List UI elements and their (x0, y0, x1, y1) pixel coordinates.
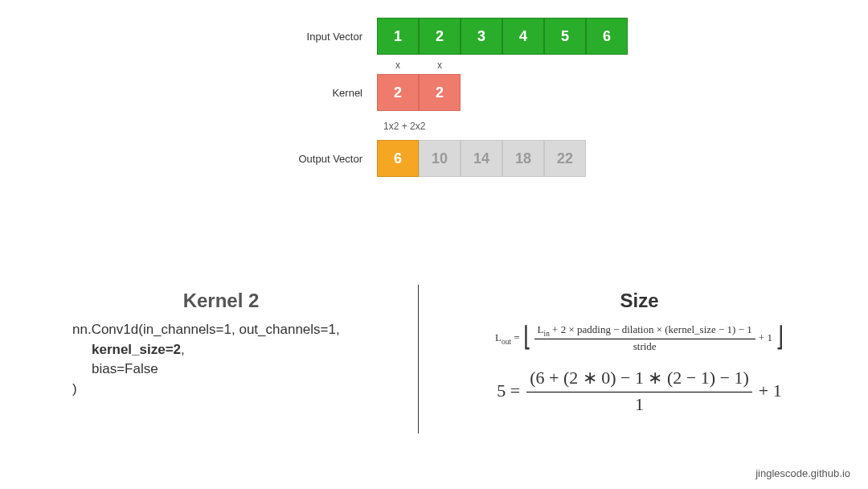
diagram-inner: Input Vector 1 2 3 4 5 6 x x Kernel 2 2 … (264, 18, 628, 182)
code-line: nn.Conv1d(in_channels=1, out_channels=1, (72, 320, 402, 340)
input-cell: 3 (461, 18, 502, 55)
input-cells: 1 2 3 4 5 6 (377, 18, 628, 55)
size-title: Size (443, 290, 836, 312)
attribution: jinglescode.github.io (755, 467, 850, 479)
code-line: ) (72, 380, 402, 400)
code-line: bias=False (72, 360, 402, 380)
kernel-label: Kernel (264, 87, 377, 99)
explanation-panel: Kernel 2 nn.Conv1d(in_channels=1, out_ch… (0, 290, 868, 434)
formula-fraction: Lin + 2 × padding − dilation × (kernel_s… (534, 323, 755, 353)
input-cell: 5 (544, 18, 586, 55)
mult-marker: x (419, 60, 461, 71)
size-formula: Lout = ⌊ Lin + 2 × padding − dilation × … (443, 323, 836, 353)
code-block: nn.Conv1d(in_channels=1, out_channels=1,… (72, 320, 402, 400)
input-row: Input Vector 1 2 3 4 5 6 (264, 18, 628, 55)
size-column: Size Lout = ⌊ Lin + 2 × padding − dilati… (419, 290, 868, 434)
calc-tail: + 1 (759, 380, 782, 401)
input-label: Input Vector (264, 31, 377, 43)
input-cell: 1 (377, 18, 419, 55)
code-column: Kernel 2 nn.Conv1d(in_channels=1, out_ch… (0, 290, 418, 434)
code-emphasis: kernel_size=2 (92, 342, 181, 357)
input-cell: 2 (419, 18, 461, 55)
input-cell: 4 (502, 18, 544, 55)
output-row: Output Vector 6 10 14 18 22 (264, 140, 628, 177)
output-cell: 22 (544, 140, 586, 177)
calc-lhs: 5 = (497, 380, 520, 401)
kernel-cells: 2 2 (377, 74, 461, 111)
mult-marker-row: x x (377, 60, 628, 71)
output-cell: 18 (502, 140, 544, 177)
kernel-row: Kernel 2 2 (264, 74, 628, 111)
output-cell: 10 (419, 140, 461, 177)
calc-fraction: (6 + (2 ∗ 0) − 1 ∗ (2 − 1) − 1) 1 (526, 368, 752, 415)
convolution-diagram: Input Vector 1 2 3 4 5 6 x x Kernel 2 2 … (0, 0, 868, 182)
output-cell: 14 (461, 140, 502, 177)
kernel-cell: 2 (419, 74, 461, 111)
code-text: , (181, 342, 185, 357)
kernel-cell: 2 (377, 74, 419, 111)
formula-numerator: Lin + 2 × padding − dilation × (kernel_s… (534, 323, 755, 339)
formula-tail: + 1 (759, 331, 772, 344)
mult-marker: x (377, 60, 419, 71)
floor-bracket-right: ⌋ (776, 327, 784, 350)
kernel-title: Kernel 2 (40, 290, 402, 312)
dot-product-text: 1x2 + 2x2 (377, 116, 628, 140)
floor-bracket-left: ⌊ (523, 327, 531, 350)
calc-numerator: (6 + (2 ∗ 0) − 1 ∗ (2 − 1) − 1) (526, 368, 752, 392)
code-line: kernel_size=2, (72, 340, 402, 360)
calc-denominator: 1 (526, 392, 752, 415)
formula-denominator: stride (534, 339, 755, 353)
formula-lhs: Lout = (495, 331, 520, 346)
input-cell: 6 (586, 18, 628, 55)
size-calculation: 5 = (6 + (2 ∗ 0) − 1 ∗ (2 − 1) − 1) 1 + … (443, 368, 836, 415)
output-cell-active: 6 (377, 140, 419, 177)
output-label: Output Vector (264, 153, 377, 165)
output-cells: 6 10 14 18 22 (377, 140, 586, 177)
